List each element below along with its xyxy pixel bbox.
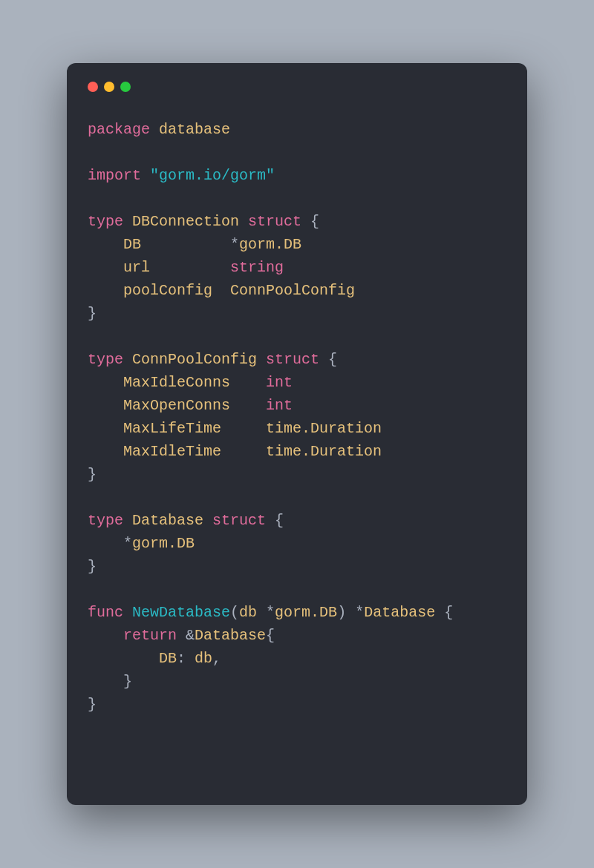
code-line: type Database struct { xyxy=(88,509,506,532)
code-token: DB xyxy=(159,650,177,667)
code-token xyxy=(88,443,123,460)
code-token: time.Duration xyxy=(266,443,382,460)
code-line: } xyxy=(88,302,506,325)
code-line xyxy=(88,141,506,164)
code-token: DB xyxy=(123,236,141,253)
code-token xyxy=(88,420,123,437)
window-titlebar xyxy=(88,79,506,94)
code-line: package database xyxy=(88,118,506,141)
code-token: time.Duration xyxy=(266,420,382,437)
code-line xyxy=(88,578,506,601)
code-token xyxy=(123,604,132,621)
code-line: return &Database{ xyxy=(88,624,506,647)
code-token xyxy=(88,374,123,391)
code-token: Database xyxy=(132,512,203,529)
code-token: MaxIdleConns xyxy=(123,374,230,391)
code-token: type xyxy=(88,351,123,368)
code-token: DBConnection xyxy=(132,213,239,230)
code-token xyxy=(88,259,123,276)
code-line: url string xyxy=(88,256,506,279)
code-token: MaxIdleTime xyxy=(123,443,221,460)
code-token: * xyxy=(141,236,239,253)
code-token: } xyxy=(88,673,132,690)
code-line: } xyxy=(88,463,506,486)
code-token xyxy=(221,443,266,460)
code-token: db xyxy=(239,604,257,621)
code-line: func NewDatabase(db *gorm.DB) *Database … xyxy=(88,601,506,624)
code-line: *gorm.DB xyxy=(88,532,506,555)
code-token: gorm.DB xyxy=(275,604,337,621)
code-token xyxy=(221,420,266,437)
close-dot-icon[interactable] xyxy=(88,82,98,92)
code-token: NewDatabase xyxy=(132,604,230,621)
code-line: } xyxy=(88,555,506,578)
code-token: { xyxy=(435,604,453,621)
code-token: Database xyxy=(195,627,266,644)
minimize-dot-icon[interactable] xyxy=(104,82,114,92)
code-line: import "gorm.io/gorm" xyxy=(88,164,506,187)
code-token xyxy=(88,282,123,299)
code-token: { xyxy=(301,213,319,230)
code-line: } xyxy=(88,670,506,693)
code-line xyxy=(88,325,506,348)
zoom-dot-icon[interactable] xyxy=(120,82,131,92)
code-token: } xyxy=(88,696,97,713)
code-line: } xyxy=(88,693,506,716)
code-token: struct xyxy=(248,213,301,230)
code-token: gorm.DB xyxy=(239,236,301,253)
code-token xyxy=(88,650,159,667)
code-token: "gorm.io/gorm" xyxy=(150,167,275,184)
code-token: { xyxy=(266,512,284,529)
code-token xyxy=(123,351,132,368)
code-token xyxy=(150,121,159,138)
code-token: } xyxy=(88,558,97,575)
code-line: MaxIdleTime time.Duration xyxy=(88,440,506,463)
code-token: gorm.DB xyxy=(132,535,195,552)
code-line: poolConfig ConnPoolConfig xyxy=(88,279,506,302)
code-token xyxy=(88,627,123,644)
code-token: db xyxy=(195,650,212,667)
code-token: type xyxy=(88,213,123,230)
code-line xyxy=(88,486,506,509)
code-line: type DBConnection struct { xyxy=(88,210,506,233)
code-token: import xyxy=(88,167,141,184)
code-token xyxy=(212,282,230,299)
code-token xyxy=(141,167,150,184)
code-token: ( xyxy=(230,604,239,621)
code-token: * xyxy=(257,604,275,621)
code-token xyxy=(230,397,266,414)
code-token: Database xyxy=(364,604,435,621)
code-token: struct xyxy=(266,351,319,368)
code-token: ConnPoolConfig xyxy=(132,351,257,368)
code-token: { xyxy=(319,351,337,368)
code-token: MaxOpenConns xyxy=(123,397,230,414)
code-token: return xyxy=(123,627,177,644)
code-token: { xyxy=(266,627,275,644)
code-token: database xyxy=(159,121,230,138)
code-token: int xyxy=(266,374,293,391)
code-line: MaxIdleConns int xyxy=(88,371,506,394)
code-token: } xyxy=(88,305,97,322)
code-token: struct xyxy=(212,512,266,529)
code-block: package database import "gorm.io/gorm" t… xyxy=(88,118,506,716)
code-token xyxy=(88,236,123,253)
code-token: : xyxy=(177,650,195,667)
code-token: poolConfig xyxy=(123,282,212,299)
code-token xyxy=(88,397,123,414)
code-token xyxy=(239,213,248,230)
code-token: ConnPoolConfig xyxy=(230,282,355,299)
code-token: int xyxy=(266,397,293,414)
code-token xyxy=(257,351,266,368)
code-token: package xyxy=(88,121,150,138)
code-token xyxy=(230,374,266,391)
code-line: type ConnPoolConfig struct { xyxy=(88,348,506,371)
code-token xyxy=(203,512,212,529)
code-line: DB: db, xyxy=(88,647,506,670)
code-token xyxy=(123,512,132,529)
code-token: , xyxy=(212,650,221,667)
code-token: type xyxy=(88,512,123,529)
code-line: MaxLifeTime time.Duration xyxy=(88,417,506,440)
code-token: } xyxy=(88,466,97,483)
code-token: * xyxy=(88,535,132,552)
code-window: package database import "gorm.io/gorm" t… xyxy=(67,63,527,805)
